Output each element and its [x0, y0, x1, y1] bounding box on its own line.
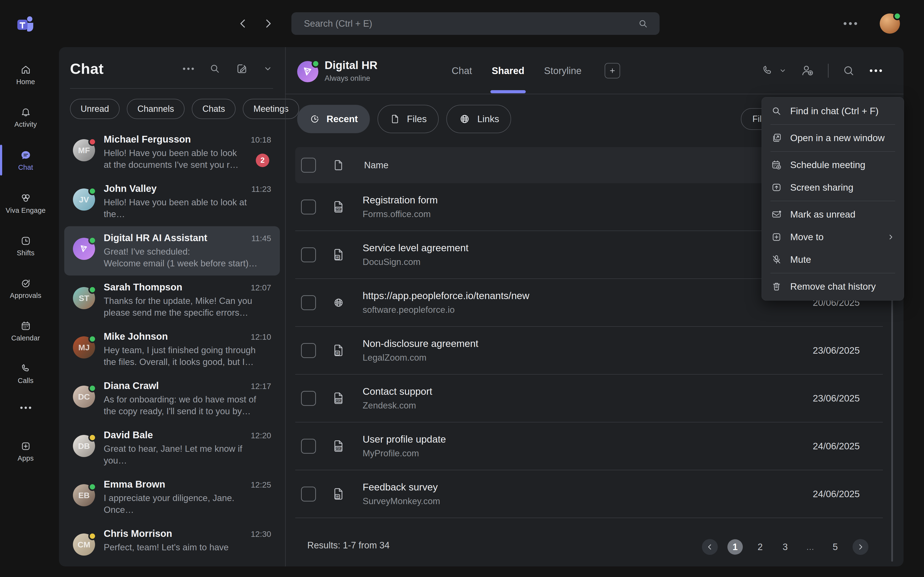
- conversation-preview: Great! I've scheduled: Welcome email (1 …: [104, 246, 258, 269]
- sidebar-item-approvals[interactable]: Approvals: [0, 278, 51, 300]
- rail-item-label: Apps: [18, 455, 34, 462]
- conversation-name: Michael Fergusson: [104, 134, 191, 145]
- bell-icon: [20, 106, 32, 118]
- sidebar-item-activity[interactable]: Activity: [0, 106, 51, 128]
- search-icon: [208, 63, 221, 75]
- back-button[interactable]: [236, 17, 250, 30]
- menu-item-move-to[interactable]: Move to: [762, 226, 904, 248]
- row-checkbox[interactable]: [301, 247, 316, 262]
- calls-icon: [20, 363, 32, 374]
- prev-page-button[interactable]: [702, 539, 718, 555]
- open-window-icon: [771, 132, 782, 144]
- chat-filter-chats[interactable]: Chats: [192, 99, 236, 119]
- menu-item-remove-chat-history[interactable]: Remove chat history: [762, 275, 904, 298]
- table-row[interactable]: PDF User profile update MyProfile.com 24…: [295, 422, 883, 470]
- page-2[interactable]: 2: [753, 539, 768, 554]
- menu-item-mark-as-unread[interactable]: Mark as unread: [762, 203, 904, 226]
- conversation-list-item[interactable]: EB Emma Brown 12:25 I appreciate your di…: [64, 473, 280, 522]
- tab-chat[interactable]: Chat: [452, 47, 472, 94]
- table-row[interactable]: PDF Contact support Zendesk.com 23/06/20…: [295, 375, 883, 422]
- forward-button[interactable]: [262, 17, 275, 30]
- conversation-preview: Perfect, team! Let's aim to have: [104, 542, 258, 553]
- tab-shared[interactable]: Shared: [492, 47, 525, 94]
- add-tab-button[interactable]: [605, 63, 620, 78]
- presence-indicator: [88, 434, 97, 442]
- conversation-more-button[interactable]: [869, 68, 883, 73]
- row-checkbox[interactable]: [301, 487, 316, 501]
- mail-unread-icon: [771, 209, 782, 220]
- row-checkbox[interactable]: [301, 439, 316, 454]
- row-checkbox[interactable]: [301, 295, 316, 310]
- conversation-list-item[interactable]: ST Sarah Thompson 12:07 Thanks for the u…: [64, 276, 280, 325]
- conversation-list-item[interactable]: DB David Bale 12:20 Great to hear, Jane!…: [64, 423, 280, 473]
- header-divider: [286, 94, 903, 94]
- page-3[interactable]: 3: [777, 539, 793, 554]
- search-placeholder: Search (Ctrl + E): [304, 19, 372, 29]
- dots-icon: [182, 66, 195, 71]
- conversation-list-item[interactable]: MJ Mike Johnson 12:10 Hey team, I just f…: [64, 325, 280, 374]
- chat-search-button[interactable]: [208, 63, 221, 75]
- view-links-button[interactable]: Links: [446, 105, 511, 133]
- svg-text:W: W: [336, 256, 339, 259]
- chat-filter-unread[interactable]: Unread: [70, 99, 120, 119]
- presence-indicator: [893, 12, 901, 20]
- view-recent-button[interactable]: Recent: [297, 105, 370, 133]
- add-people-button[interactable]: [801, 64, 814, 77]
- shifts-icon: [20, 235, 32, 247]
- table-row[interactable]: W Non-disclosure agreement LegalZoom.com…: [295, 327, 883, 375]
- conversation-list-item[interactable]: Digital HR AI Assistant 11:45 Great! I'v…: [64, 226, 280, 276]
- chat-panel-collapse-button[interactable]: [263, 63, 273, 74]
- chat-list-more-button[interactable]: [182, 66, 195, 71]
- active-indicator: [0, 145, 2, 176]
- name-column-header: Name: [364, 160, 388, 171]
- chat-filter-channels[interactable]: Channels: [127, 99, 184, 119]
- left-rail: Home Activity Chat Viva Engage Shifts Ap…: [0, 0, 51, 577]
- sidebar-item-shifts[interactable]: Shifts: [0, 235, 51, 257]
- call-button[interactable]: [761, 64, 787, 77]
- file-domain: MyProfile.com: [363, 448, 446, 458]
- sidebar-item-apps[interactable]: Apps: [0, 440, 51, 462]
- menu-item-mute[interactable]: Mute: [762, 248, 904, 271]
- topbar-more-button[interactable]: [843, 21, 858, 26]
- conversation-name: Sarah Thompson: [104, 282, 183, 293]
- apps-icon: [20, 440, 32, 452]
- dots-icon: [19, 405, 32, 410]
- menu-item-schedule-meeting[interactable]: Schedule meeting: [762, 154, 904, 176]
- contact-avatar[interactable]: [297, 61, 318, 82]
- row-checkbox[interactable]: [301, 200, 316, 214]
- conversation-name: John Valley: [104, 183, 157, 194]
- plus-icon: [607, 66, 617, 76]
- menu-item-find-in-chat-ctrl-f[interactable]: Find in chat (Ctrl + F): [762, 100, 904, 122]
- conversation-time: 11:23: [251, 184, 271, 194]
- conversation-list-item[interactable]: JV John Valley 11:23 Hello! Have you bee…: [64, 177, 280, 226]
- table-row[interactable]: W Feedback survey SurveyMonkey.com 24/06…: [295, 470, 883, 518]
- sidebar-item-more[interactable]: [0, 405, 51, 410]
- conversation-list-item[interactable]: CM Chris Morrison 12:30 Perfect, team! L…: [64, 522, 280, 562]
- file-title: Contact support: [363, 386, 432, 397]
- view-files-button[interactable]: Files: [378, 105, 439, 133]
- sidebar-item-viva-engage[interactable]: Viva Engage: [0, 192, 51, 214]
- user-avatar[interactable]: [880, 13, 900, 34]
- menu-item-screen-sharing[interactable]: Screen sharing: [762, 176, 904, 199]
- avatar: DC: [73, 386, 95, 408]
- sidebar-item-home[interactable]: Home: [0, 64, 51, 86]
- new-chat-button[interactable]: [235, 62, 249, 76]
- rail-item-label: Shifts: [17, 249, 35, 257]
- tab-storyline[interactable]: Storyline: [544, 47, 582, 94]
- sidebar-item-calls[interactable]: Calls: [0, 363, 51, 385]
- page-1[interactable]: 1: [727, 539, 743, 554]
- conversation-list-item[interactable]: DC Diana Crawl 12:17 As for onboarding: …: [64, 374, 280, 423]
- page-5[interactable]: 5: [827, 539, 843, 554]
- find-in-chat-button[interactable]: [842, 64, 855, 77]
- sidebar-item-calendar[interactable]: Calendar: [0, 320, 51, 342]
- menu-item-open-in-a-new-window[interactable]: Open in a new window: [762, 127, 904, 149]
- global-search-input[interactable]: Search (Ctrl + E): [291, 12, 659, 35]
- shared-view-switch: Recent Files Links: [297, 105, 511, 133]
- row-checkbox[interactable]: [301, 343, 316, 358]
- row-checkbox[interactable]: [301, 391, 316, 406]
- conversation-name: David Bale: [104, 430, 153, 440]
- select-all-checkbox[interactable]: [301, 158, 316, 172]
- next-page-button[interactable]: [853, 539, 868, 555]
- conversation-list-item[interactable]: MF Michael Fergusson 10:18 Hello! Have y…: [64, 128, 280, 177]
- sidebar-item-chat[interactable]: Chat: [0, 149, 51, 171]
